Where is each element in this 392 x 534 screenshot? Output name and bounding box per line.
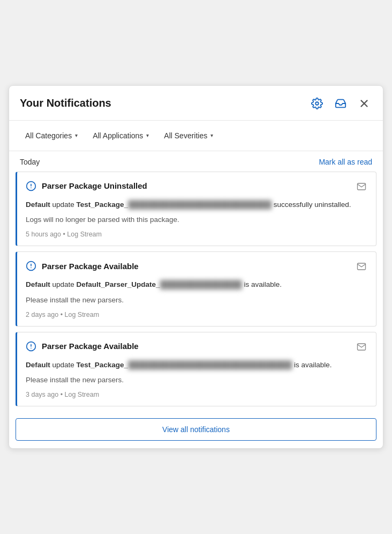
blurred-content-2: ████████████████	[160, 279, 242, 290]
notif-title-3: Parser Package Available	[42, 342, 139, 351]
envelope-icon	[357, 342, 366, 352]
blurred-content-1: ████████████████████████████	[128, 199, 272, 210]
notifications-list: Parser Package Uninstalled Default updat…	[9, 172, 383, 407]
envelope-button-3[interactable]	[356, 341, 367, 354]
notif-footer-1: 5 hours ago • Log Stream	[26, 231, 367, 238]
panel-header: Your Notifications	[9, 86, 383, 121]
view-all-button[interactable]: View all notifications	[16, 418, 376, 441]
gear-icon	[311, 98, 323, 109]
notif-secondary-3: Please install the new parsers.	[26, 375, 367, 385]
header-icons	[309, 95, 372, 112]
notif-top-3: Parser Package Available	[26, 341, 367, 354]
close-button[interactable]	[356, 95, 372, 112]
notif-body-1: Default update Test_Package_████████████…	[26, 199, 367, 210]
notifications-panel: Your Notifications	[9, 85, 383, 449]
close-icon	[358, 98, 370, 109]
notif-secondary-2: Please install the new parsers.	[26, 295, 367, 306]
inbox-button[interactable]	[333, 95, 349, 112]
blurred-content-3: ████████████████████████████████	[128, 360, 292, 370]
notif-top-1: Parser Package Uninstalled	[26, 181, 367, 194]
chevron-down-icon: ▾	[210, 132, 213, 138]
notif-secondary-1: Logs will no longer be parsed with this …	[26, 214, 367, 225]
section-label: Today	[20, 158, 40, 166]
inbox-icon	[335, 98, 346, 109]
section-header: Today Mark all as read	[9, 151, 383, 172]
notification-card-2: Parser Package Available Default update …	[16, 251, 376, 327]
envelope-button-1[interactable]	[356, 181, 367, 194]
filters-bar: All Categories ▾ All Applications ▾ All …	[9, 121, 383, 151]
panel-title: Your Notifications	[20, 97, 111, 109]
applications-filter[interactable]: All Applications ▾	[87, 128, 154, 143]
notif-top-2: Parser Package Available	[26, 261, 367, 274]
envelope-icon	[357, 182, 366, 191]
notif-footer-2: 2 days ago • Log Stream	[26, 311, 367, 318]
settings-button[interactable]	[309, 95, 325, 112]
mark-all-read-button[interactable]: Mark all as read	[319, 158, 372, 166]
notif-footer-3: 3 days ago • Log Stream	[26, 391, 367, 398]
notif-body-2: Default update Default_Parser_Update_███…	[26, 279, 367, 290]
info-icon	[26, 181, 36, 191]
notif-title-2: Parser Package Available	[42, 262, 139, 271]
severities-filter[interactable]: All Severities ▾	[159, 128, 218, 143]
notif-title-1: Parser Package Uninstalled	[42, 181, 147, 190]
envelope-icon	[357, 262, 366, 271]
chevron-down-icon: ▾	[75, 132, 78, 138]
notif-body-3: Default update Test_Package_████████████…	[26, 360, 367, 370]
envelope-button-2[interactable]	[356, 261, 367, 274]
categories-filter[interactable]: All Categories ▾	[20, 128, 83, 143]
notification-card-3: Parser Package Available Default update …	[16, 332, 376, 407]
svg-point-0	[315, 102, 319, 105]
chevron-down-icon: ▾	[146, 132, 149, 138]
info-icon	[26, 261, 36, 271]
view-all-row: View all notifications	[9, 412, 383, 448]
notification-card-1: Parser Package Uninstalled Default updat…	[16, 172, 376, 247]
info-icon	[26, 341, 36, 352]
